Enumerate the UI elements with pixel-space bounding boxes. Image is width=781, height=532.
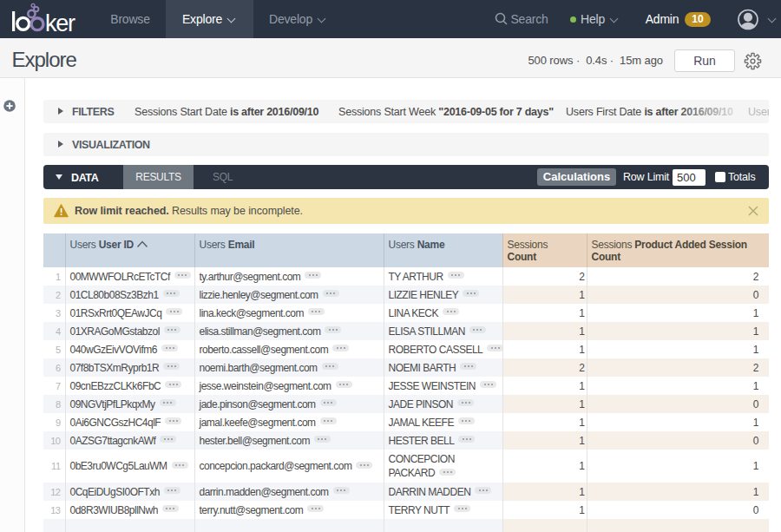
svg-text:ker: ker	[45, 10, 75, 36]
